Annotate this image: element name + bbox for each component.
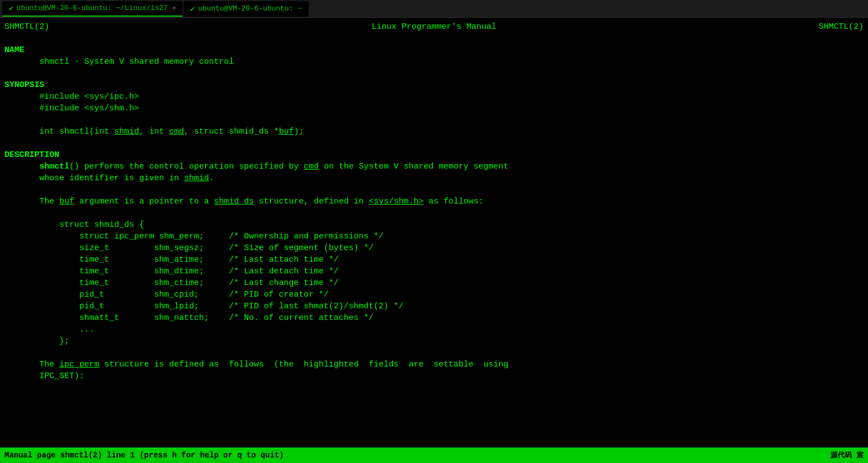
- tab-1-label: ubuntu@VM-20-6-ubuntu: ~/Linux/ls27: [17, 4, 168, 12]
- desc-line2: whose identifier is given in shmid.: [4, 172, 864, 184]
- struct-ellipsis: ...: [4, 324, 864, 335]
- man-header: SHMCTL(2) Linux Programmer's Manual SHMC…: [4, 21, 864, 33]
- tab-2[interactable]: ✔ ubuntu@VM-20-6-ubuntu: ~: [183, 1, 308, 17]
- tab-bar: ✔ ubuntu@VM-20-6-ubuntu: ~/Linux/ls27 × …: [0, 0, 868, 18]
- name-heading: NAME: [4, 44, 864, 56]
- tab-1-check: ✔: [9, 4, 13, 13]
- struct-open: struct shmid_ds {: [4, 219, 864, 231]
- blank-3: [4, 114, 864, 126]
- struct-close: };: [4, 335, 864, 347]
- blank-1: [4, 33, 864, 44]
- header-left: SHMCTL(2): [4, 21, 49, 33]
- synopsis-heading: SYNOPSIS: [4, 79, 864, 91]
- desc-line1: shmctl() performs the control operation …: [4, 161, 864, 172]
- struct-lpid: pid_t shm_lpid; /* PID of last shmat(2)/…: [4, 301, 864, 312]
- ipc-set-line: IPC_SET):: [4, 370, 864, 382]
- synopsis-include2: #include <sys/shm.h>: [4, 103, 864, 114]
- status-right: 源代码 宸: [830, 450, 864, 460]
- blank-6: [4, 207, 864, 219]
- header-center: Linux Programmer's Manual: [371, 21, 496, 33]
- ipc-perm-line: The ipc_perm structure is defined as fol…: [4, 359, 864, 370]
- blank-2: [4, 68, 864, 79]
- synopsis-include1: #include <sys/ipc.h>: [4, 91, 864, 103]
- tab-1-close[interactable]: ×: [172, 5, 176, 12]
- desc-buf-line: The buf argument is a pointer to a shmid…: [4, 196, 864, 207]
- struct-ipc-perm: struct ipc_perm shm_perm; /* Ownership a…: [4, 231, 864, 242]
- struct-size-t: size_t shm_segsz; /* Size of segment (by…: [4, 242, 864, 254]
- tab-1[interactable]: ✔ ubuntu@VM-20-6-ubuntu: ~/Linux/ls27 ×: [2, 1, 182, 17]
- struct-atime: time_t shm_atime; /* Last attach time */: [4, 254, 864, 266]
- status-text: Manual page shmctl(2) line 1 (press h fo…: [4, 451, 284, 460]
- status-bar: Manual page shmctl(2) line 1 (press h fo…: [0, 447, 868, 463]
- desc-heading: DESCRIPTION: [4, 149, 864, 161]
- struct-nattch: shmatt_t shm_nattch; /* No. of current a…: [4, 312, 864, 324]
- struct-ctime: time_t shm_ctime; /* Last change time */: [4, 277, 864, 289]
- name-content: shmctl - System V shared memory control: [4, 56, 864, 68]
- blank-7: [4, 347, 864, 359]
- struct-cpid: pid_t shm_cpid; /* PID of creator */: [4, 289, 864, 301]
- terminal-content: SHMCTL(2) Linux Programmer's Manual SHMC…: [0, 18, 868, 447]
- tab-2-label: ubuntu@VM-20-6-ubuntu: ~: [198, 4, 302, 13]
- tab-2-check: ✔: [190, 4, 195, 13]
- synopsis-func: int shmctl(int shmid, int cmd, struct sh…: [4, 126, 864, 138]
- blank-4: [4, 138, 864, 149]
- struct-dtime: time_t shm_dtime; /* Last detach time */: [4, 266, 864, 277]
- blank-5: [4, 184, 864, 196]
- header-right: SHMCTL(2): [819, 21, 864, 33]
